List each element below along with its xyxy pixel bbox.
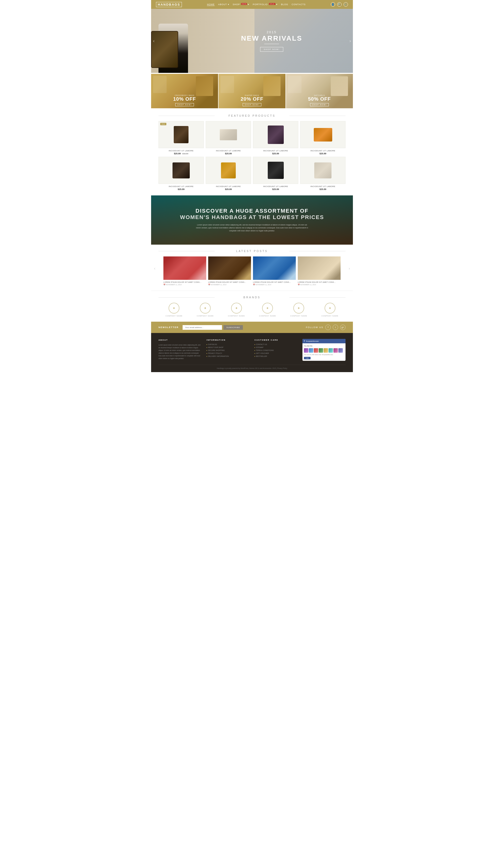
brand-item-1[interactable]: ✦ COMPANY NAME bbox=[166, 303, 183, 317]
footer-info-col: INFORMATION OUR BLOG ABOUT OUR SHOP SECU… bbox=[206, 339, 250, 361]
footer-link-privacy[interactable]: PRIVACY POLICY bbox=[206, 352, 250, 355]
product-card-6[interactable]: INCIODUNT UT LABORE $25.89 bbox=[206, 157, 251, 190]
post-title-2: LOREM IPSUM DOLOR SIT AMET CONS... bbox=[208, 281, 251, 283]
newsletter-left: NEWSLETTER SUBSCRIBE bbox=[159, 325, 243, 330]
brand-logo-5: ✦ bbox=[293, 303, 304, 313]
post-item-2[interactable]: LOREM IPSUM DOLOR SIT AMET CONS... 📅 NOV… bbox=[208, 256, 251, 286]
product-card-7[interactable]: INCIODUNT UT LABORE $25.89 bbox=[253, 157, 298, 190]
product-card-1[interactable]: SALE INCIODUNT UT LABORE $25.89 $32.89 bbox=[159, 121, 204, 155]
product-price-7: $25.89 bbox=[253, 188, 298, 190]
hero-divider bbox=[264, 44, 279, 44]
promo-figure-3 bbox=[288, 76, 302, 93]
brand-item-5[interactable]: ✦ COMPANY NAME bbox=[290, 303, 307, 317]
search-icon[interactable]: 🔍 bbox=[337, 2, 342, 7]
fb-header: f TemplateMonster bbox=[303, 339, 345, 343]
promo-item-crossbody[interactable]: CROSSBODY BAGS 10% OFF SHOP NOW! bbox=[151, 74, 218, 108]
header-icons: 👤 🔍 🛒 bbox=[331, 2, 348, 7]
fb-content: You like this You and 41,258 others like… bbox=[304, 345, 344, 359]
footer-about-col: ABOUT Lorem ipsum dolor sit amet conse c… bbox=[159, 339, 201, 361]
product-img-5 bbox=[159, 157, 204, 184]
fb-like-button[interactable]: Like bbox=[304, 357, 310, 359]
footer-link-delivery[interactable]: DELIVERY INFORMATION bbox=[206, 356, 250, 357]
post-img-3 bbox=[253, 256, 296, 280]
brand-logo-3: ✦ bbox=[231, 303, 242, 313]
footer-link-blog[interactable]: OUR BLOG bbox=[206, 344, 250, 346]
hero-banner: 2015 NEW ARRIVALS SHOP NOW! ‹ › bbox=[151, 9, 353, 73]
site-logo[interactable]: HANDBAGS bbox=[156, 2, 182, 7]
product-card-8[interactable]: INCIODUNT UT LABORE $25.89 bbox=[300, 157, 345, 190]
shop-badge: NEW bbox=[241, 3, 247, 5]
product-price-1: $25.89 $32.89 bbox=[159, 152, 204, 155]
nav-shop[interactable]: SHOP NEW ▾ bbox=[233, 3, 249, 6]
newsletter-email-input[interactable] bbox=[183, 325, 222, 330]
footer-link-about-shop[interactable]: ABOUT OUR SHOP bbox=[206, 346, 250, 348]
brand-item-6[interactable]: ✦ COMPANY NAME bbox=[321, 303, 338, 317]
hero-bag-decoration bbox=[151, 31, 178, 68]
footer-link-gift[interactable]: GIFT VOUCHER bbox=[254, 352, 298, 355]
post-item-4[interactable]: LOREM IPSUM DOLOR SIT AMET CONS... 📅 NOV… bbox=[298, 256, 341, 286]
promo-item-satchels[interactable]: SATCHELS 50% OFF SHOP NOW! bbox=[286, 74, 353, 108]
facebook-icon[interactable]: f bbox=[325, 325, 331, 330]
newsletter-subscribe-button[interactable]: SUBSCRIBE bbox=[223, 325, 243, 330]
footer-link-secure[interactable]: SECURE SHOPPING bbox=[206, 349, 250, 351]
promo-item-diaper[interactable]: DIAPER BAGS 20% OFF SHOP NOW! bbox=[218, 74, 286, 108]
promo-shop-2[interactable]: SHOP NOW! bbox=[242, 103, 262, 106]
product-img-6 bbox=[206, 157, 251, 184]
brand-item-2[interactable]: ✦ COMPANY NAME bbox=[197, 303, 214, 317]
cart-icon[interactable]: 🛒 bbox=[344, 2, 348, 7]
google-plus-icon[interactable]: g+ bbox=[340, 325, 345, 330]
product-card-2[interactable]: INCIODUNT UT LABORE $25.89 bbox=[206, 121, 251, 155]
footer-link-terms[interactable]: TERM & CONDITIONS bbox=[254, 349, 298, 351]
footer-link-sitemap[interactable]: SITEMAP bbox=[254, 346, 298, 348]
product-name-5: INCIODUNT UT LABORE bbox=[159, 185, 204, 187]
promo-overlay-3: SATCHELS 50% OFF SHOP NOW! bbox=[286, 93, 353, 108]
brand-item-3[interactable]: ✦ COMPANY NAME bbox=[228, 303, 245, 317]
person-icon[interactable]: 👤 bbox=[331, 2, 335, 7]
brand-logo-1: ✦ bbox=[168, 303, 179, 313]
brand-item-4[interactable]: ✦ COMPANY NAME bbox=[259, 303, 276, 317]
bag-shape-8 bbox=[314, 162, 331, 178]
post-title-3: LOREM IPSUM DOLOR SIT AMET CONS... bbox=[253, 281, 296, 283]
footer-link-contact[interactable]: CONTACT US bbox=[254, 344, 298, 346]
posts-prev-arrow[interactable]: ‹ bbox=[154, 266, 155, 271]
promo-discount-2: 20% OFF bbox=[220, 96, 284, 102]
product-price-4: $25.89 bbox=[300, 152, 345, 155]
product-img-1: SALE bbox=[159, 121, 204, 148]
post-item-1[interactable]: LOREM IPSUM DOLOR SIT AMET CONS... 📅 NOV… bbox=[163, 256, 206, 286]
footer-copyright: Handbags is proudly powered by WordPress… bbox=[217, 367, 287, 369]
product-card-4[interactable]: INCIODUNT UT LABORE $25.89 bbox=[300, 121, 345, 155]
promo-shop-3[interactable]: SHOP NOW! bbox=[310, 103, 329, 106]
discover-description: Lorem ipsum dolor sit amet conse ctetur … bbox=[195, 223, 309, 232]
product-badge-1: SALE bbox=[160, 123, 166, 125]
hero-prev-arrow[interactable]: ‹ bbox=[153, 38, 155, 43]
nav-contacts[interactable]: CONTACTS bbox=[292, 3, 306, 6]
posts-next-arrow[interactable]: › bbox=[349, 266, 350, 271]
post-date-2: 📅 NOVEMBER 11, 2014 bbox=[208, 284, 251, 286]
brand-name-6: COMPANY NAME bbox=[321, 315, 338, 317]
footer-link-bestseller[interactable]: BESTSELLER bbox=[254, 356, 298, 357]
main-nav: HOME ABOUT ▾ SHOP NEW ▾ PORTFOLIO SALE ▾… bbox=[207, 3, 306, 6]
nav-about[interactable]: ABOUT ▾ bbox=[218, 3, 229, 6]
fb-like-button-area: Like bbox=[304, 357, 344, 359]
product-card-5[interactable]: INCIODUNT UT LABORE $25.89 bbox=[159, 157, 204, 190]
nav-portfolio[interactable]: PORTFOLIO SALE ▾ bbox=[253, 3, 277, 6]
footer-bottom: Handbags is proudly powered by WordPress… bbox=[159, 365, 345, 369]
product-card-3[interactable]: INCIODUNT UT LABORE $25.89 bbox=[253, 121, 298, 155]
brand-logo-2: ✦ bbox=[200, 303, 211, 313]
promo-shop-1[interactable]: SHOP NOW! bbox=[175, 103, 194, 106]
latest-posts-title: LATEST POSTS bbox=[159, 250, 345, 253]
hero-cta-button[interactable]: SHOP NOW! bbox=[260, 47, 284, 52]
product-name-7: INCIODUNT UT LABORE bbox=[253, 185, 298, 187]
nav-home[interactable]: HOME bbox=[207, 3, 215, 6]
twitter-icon[interactable]: t bbox=[333, 325, 338, 330]
nav-blog[interactable]: BLOG bbox=[281, 3, 288, 6]
product-price-5: $25.89 bbox=[159, 188, 204, 190]
hero-next-arrow[interactable]: › bbox=[349, 38, 351, 43]
hero-text: 2015 NEW ARRIVALS SHOP NOW! bbox=[241, 30, 302, 52]
promo-category-2: DIAPER BAGS bbox=[220, 94, 284, 96]
product-img-2 bbox=[206, 121, 251, 148]
fb-avatar-2 bbox=[309, 348, 313, 353]
fb-sub: You like this bbox=[304, 345, 344, 347]
brands-grid: ✦ COMPANY NAME ✦ COMPANY NAME ✦ COMPANY … bbox=[159, 303, 345, 317]
post-item-3[interactable]: LOREM IPSUM DOLOR SIT AMET CONS... 📅 NOV… bbox=[253, 256, 296, 286]
